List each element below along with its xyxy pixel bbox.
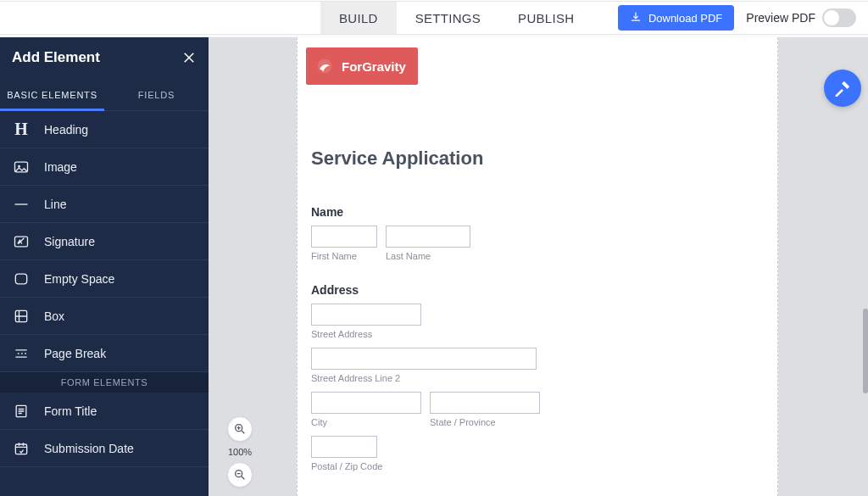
pdf-page[interactable]: ForGravity Service Application Name Firs…	[297, 37, 778, 496]
first-name-input[interactable]	[311, 226, 377, 248]
form-title-icon	[12, 402, 31, 421]
download-icon	[630, 11, 642, 25]
sidebar-item-label: Signature	[44, 235, 95, 248]
state-sublabel: State / Province	[430, 417, 540, 427]
sidebar-item-signature[interactable]: Signature	[0, 223, 209, 260]
sidebar: Add Element BASIC ELEMENTS FIELDS H Head…	[0, 37, 209, 496]
sidebar-item-label: Page Break	[44, 347, 106, 360]
sidebar-item-label: Box	[44, 309, 64, 323]
heading-icon: H	[12, 120, 31, 139]
street-address-input[interactable]	[311, 304, 421, 326]
street2-sublabel: Street Address Line 2	[311, 373, 537, 383]
sidebar-item-heading[interactable]: H Heading	[0, 111, 209, 148]
zoom-controls: 100%	[223, 416, 257, 488]
name-sublabels: First Name Last Name	[311, 251, 764, 261]
first-name-sublabel: First Name	[311, 251, 377, 261]
scrollbar-thumb[interactable]	[863, 309, 868, 393]
street-address-2-input[interactable]	[311, 348, 537, 370]
sidebar-tabs: BASIC ELEMENTS FIELDS	[0, 81, 209, 111]
sidebar-item-box[interactable]: Box	[0, 298, 209, 335]
zoom-in-button[interactable]	[227, 416, 253, 442]
page-break-icon	[12, 344, 31, 363]
brand-badge: ForGravity	[306, 47, 418, 85]
sidebar-item-form-title[interactable]: Form Title	[0, 393, 209, 430]
sidebar-item-label: Line	[44, 198, 66, 211]
box-icon	[12, 307, 31, 326]
address-label: Address	[311, 283, 764, 297]
form-title: Service Application	[311, 148, 764, 170]
street-sublabel: Street Address	[311, 329, 421, 339]
image-icon	[12, 158, 31, 176]
postal-sublabel: Postal / Zip Code	[311, 461, 413, 471]
signature-icon	[12, 232, 31, 251]
zoom-out-button[interactable]	[227, 462, 253, 488]
toggle-thumb	[823, 9, 840, 26]
download-pdf-button[interactable]: Download PDF	[618, 5, 734, 31]
top-nav: BUILD SETTINGS PUBLISH Download PDF Prev…	[0, 1, 868, 35]
close-icon	[181, 50, 197, 65]
last-name-input[interactable]	[386, 226, 470, 248]
brand-logo-icon	[314, 56, 335, 76]
tab-settings[interactable]: SETTINGS	[397, 2, 499, 34]
sidebar-item-label: Empty Space	[44, 272, 114, 286]
sidebar-tab-fields[interactable]: FIELDS	[104, 81, 209, 110]
zoom-out-icon	[233, 468, 247, 482]
last-name-sublabel: Last Name	[386, 251, 470, 261]
preview-pdf-group: Preview PDF	[746, 8, 856, 27]
sidebar-item-submission-date[interactable]: Submission Date	[0, 430, 209, 467]
sidebar-item-label: Form Title	[44, 404, 97, 418]
line-icon	[12, 195, 31, 214]
sidebar-item-page-break[interactable]: Page Break	[0, 335, 209, 372]
city-sublabel: City	[311, 417, 421, 427]
state-input[interactable]	[430, 392, 540, 414]
sidebar-item-label: Heading	[44, 123, 88, 137]
gavel-icon	[833, 79, 852, 98]
sidebar-close-button[interactable]	[181, 50, 197, 65]
postal-input[interactable]	[311, 436, 377, 458]
brand-name: ForGravity	[342, 59, 406, 74]
svg-rect-3	[15, 274, 26, 284]
field-name: Name First Name Last Name	[311, 205, 764, 261]
sidebar-section-form-elements: FORM ELEMENTS	[0, 372, 209, 393]
sidebar-tab-basic[interactable]: BASIC ELEMENTS	[0, 81, 104, 110]
sidebar-title: Add Element	[12, 49, 100, 66]
sidebar-item-empty-space[interactable]: Empty Space	[0, 260, 209, 298]
form-area: Service Application Name First Name Last…	[311, 148, 764, 496]
topnav-tabs: BUILD SETTINGS PUBLISH	[320, 2, 593, 34]
sidebar-scroll[interactable]: H Heading Image Line Signature Emp	[0, 111, 209, 496]
topnav-right: Download PDF Preview PDF	[618, 2, 868, 34]
preview-pdf-toggle[interactable]	[822, 8, 856, 27]
name-inputs-row	[311, 226, 764, 248]
sidebar-item-image[interactable]: Image	[0, 148, 209, 186]
tab-publish[interactable]: PUBLISH	[499, 2, 593, 34]
empty-space-icon	[12, 270, 31, 288]
field-address: Address Street Address Street Address Li…	[311, 283, 764, 471]
topnav-spacer	[0, 2, 320, 34]
sidebar-item-line[interactable]: Line	[0, 186, 209, 223]
sidebar-item-label: Image	[44, 160, 77, 174]
name-label: Name	[311, 205, 764, 219]
preview-pdf-label: Preview PDF	[746, 11, 815, 25]
zoom-level: 100%	[228, 447, 252, 457]
tab-build[interactable]: BUILD	[320, 2, 397, 34]
city-input[interactable]	[311, 392, 421, 414]
download-pdf-label: Download PDF	[648, 12, 722, 25]
submission-date-icon	[12, 439, 31, 458]
sidebar-item-label: Submission Date	[44, 442, 134, 455]
zoom-in-icon	[233, 422, 247, 436]
sidebar-header: Add Element	[0, 37, 209, 81]
design-fab[interactable]	[824, 70, 861, 107]
canvas: ForGravity Service Application Name Firs…	[209, 37, 868, 496]
